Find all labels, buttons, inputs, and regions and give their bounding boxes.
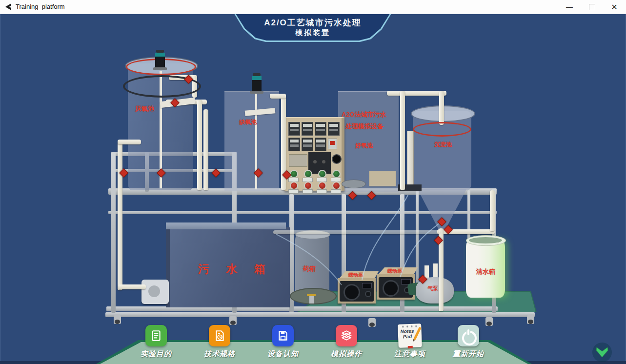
frame-beam [416,190,419,291]
equipment-sign-line1: A2O法城市污水 [342,110,386,119]
spec-document-icon [209,325,230,346]
clean-water-tank-opening [469,237,502,243]
cabinet-red-unit [328,139,337,149]
pipe [273,230,440,234]
cabinet-plaque [289,154,307,167]
button-label-chip [317,189,327,194]
anaerobic-mixer-motor[interactable] [153,50,167,70]
red-button[interactable] [318,182,326,190]
toolbar-band [0,336,626,364]
panel-meter [315,122,326,136]
panel-meter [315,138,326,151]
scene-title-banner: A2/O工艺城市污水处理 模拟装置 [234,14,391,42]
button-label-chip [303,189,313,194]
anoxic-tank-label: 缺氧池 [239,118,257,126]
simulation-3d-viewport[interactable]: A2/O工艺城市污水处理 模拟装置 厌氧池 缺氧池 A2O法城市污水 处理模拟设… [0,14,626,364]
document-icon [145,325,167,346]
feed-pump[interactable] [141,280,169,304]
green-button[interactable] [304,170,312,178]
close-button[interactable]: ✕ [605,0,624,14]
button-label-chip [288,189,299,194]
pump-head-1 [343,284,360,301]
anoxic-mixer-motor[interactable] [250,73,263,94]
caster-wheel [229,316,237,325]
red-button[interactable] [290,182,298,190]
pipe [118,284,146,289]
caster-wheel [368,318,376,327]
save-icon [272,325,294,346]
pipe [197,100,202,190]
minimize-button[interactable]: — [560,0,579,14]
pipe [270,94,286,99]
power-icon [458,325,479,346]
notepad-icon: Notes Pad [398,324,422,348]
peristaltic-pump-1-label: 蠕动泵 [348,272,363,279]
notepad-text-line2: Pad [403,334,412,340]
aerobic-tank-label: 好氧池 [355,142,373,150]
pencil-icon [413,327,422,340]
green-button[interactable] [332,170,341,178]
nameplate [369,171,396,186]
title-bar: Training_platform — ✕ [0,0,626,14]
sewage-tank-label: 污 水 箱 [186,262,284,277]
anoxic-tank[interactable] [224,91,279,191]
cabinet-dial[interactable] [332,154,342,164]
clarifier-rim [413,122,471,137]
pipe [203,109,208,190]
pipe [118,142,122,290]
sewage-tank-top [166,222,286,229]
maximize-button[interactable] [583,0,601,14]
pump-head-2 [383,280,399,297]
anaerobic-tank-label: 厌氧池 [135,104,154,113]
flowmeter[interactable] [407,131,414,186]
pipe [490,190,495,231]
clarifier-label: 沉淀池 [434,141,452,149]
banner-line2: 模拟装置 [236,28,390,38]
window-title: Training_platform [16,3,65,10]
caster-wheel [485,317,493,326]
panel-meter [288,138,300,151]
panel-meter [302,138,313,151]
pipe [400,91,405,190]
chemical-tank-spigot[interactable] [309,295,314,303]
caster-wheel [527,315,534,324]
round-dish [342,180,366,188]
hide-toolbar-button[interactable] [592,343,612,362]
layers-icon [336,325,357,346]
clean-water-tank-label: 清水箱 [476,267,495,276]
panel-meter [328,122,340,136]
equipment-sign-line2: 处理模拟设备 [345,122,384,131]
unity-logo-icon [4,2,13,11]
pipe [118,140,141,144]
peristaltic-pump-2-label: 蠕动泵 [387,268,402,275]
button-label-chip [331,189,341,194]
banner-line1: A2/O工艺城市污水处理 [236,17,390,28]
pump-display-1 [362,283,372,288]
red-button[interactable] [304,182,312,190]
caster-wheel [114,315,121,324]
red-button[interactable] [332,182,341,190]
pump-knob-1[interactable] [365,291,371,297]
pipe [439,91,444,125]
frame-beam [111,152,116,313]
chevron-down-icon [596,347,608,358]
green-button[interactable] [318,170,326,178]
pipe [387,91,446,96]
panel-meter [302,122,313,136]
maximize-icon [589,4,595,10]
green-button[interactable] [290,170,298,178]
notepad-text-line1: Notes [400,328,414,334]
chemical-tank-label: 药箱 [303,264,316,273]
frame-beam [105,312,535,317]
panel-meter [288,122,300,136]
air-pump-label: 气泵 [427,285,438,292]
